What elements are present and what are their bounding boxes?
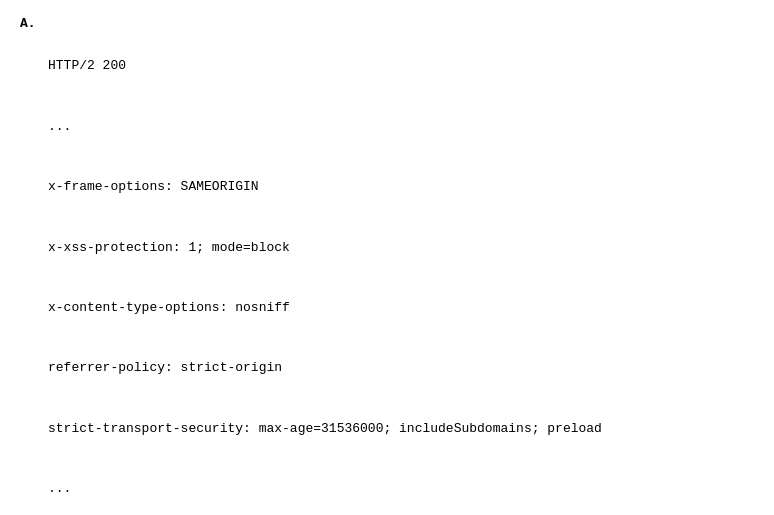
section-a-line-2: ... — [48, 117, 754, 137]
section-a-content: HTTP/2 200 ... x-frame-options: SAMEORIG… — [48, 16, 754, 515]
section-a-line-5: x-content-type-options: nosniff — [48, 298, 754, 318]
section-a-label: A. — [20, 16, 48, 31]
section-a-line-3: x-frame-options: SAMEORIGIN — [48, 177, 754, 197]
section-a-line-4: x-xss-protection: 1; mode=block — [48, 238, 754, 258]
section-a-line-7: strict-transport-security: max-age=31536… — [48, 419, 754, 439]
section-a: A. HTTP/2 200 ... x-frame-options: SAMEO… — [20, 16, 754, 515]
section-a-line-8: ... — [48, 479, 754, 499]
section-a-line-1: HTTP/2 200 — [48, 56, 754, 76]
section-a-line-6: referrer-policy: strict-origin — [48, 358, 754, 378]
